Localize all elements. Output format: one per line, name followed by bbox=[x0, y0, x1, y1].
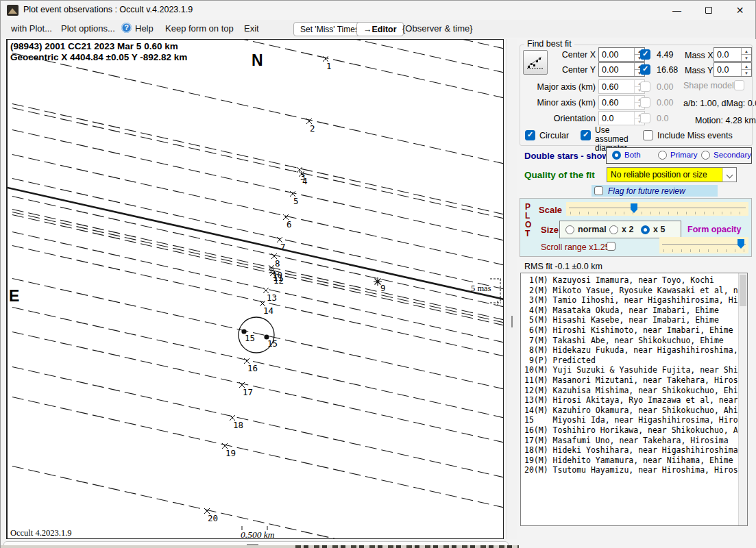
observer-list[interactable]: 1(M) Kazuyosi Imamura, near Toyo, Kochi … bbox=[521, 275, 737, 525]
fit-y-checkbox[interactable] bbox=[640, 64, 650, 75]
center-x-value[interactable]: 0.00 bbox=[599, 48, 634, 61]
plot-letter-o: O bbox=[525, 220, 531, 229]
fit-x-checkbox[interactable] bbox=[640, 49, 650, 60]
form-opacity-label: Form opacity bbox=[687, 225, 742, 234]
observer-list-scrollbar[interactable] bbox=[738, 273, 747, 525]
observer-listbox[interactable]: 1(M) Kazuyosi Imamura, near Toyo, Kochi … bbox=[520, 273, 748, 526]
best-fit-button[interactable] bbox=[523, 50, 548, 75]
app-window: Plot event observations : Occult v.4.202… bbox=[0, 0, 756, 548]
observer-row[interactable]: 20(M) Tsutomu Hayamizu, near Hiroshima, … bbox=[524, 465, 737, 475]
flag-review-checkbox[interactable] bbox=[594, 186, 603, 195]
orientation-alt-value: 0.0 bbox=[657, 114, 668, 123]
major-alt-checkbox bbox=[640, 82, 650, 92]
menu-plot-options[interactable]: Plot options... bbox=[61, 23, 115, 34]
observer-row[interactable]: 1(M) Kazuyosi Imamura, near Toyo, Kochi bbox=[524, 275, 737, 286]
observer-row[interactable]: 11(M) Masanori Mizutani, near Takehara, … bbox=[524, 375, 737, 386]
svg-text:2: 2 bbox=[310, 123, 315, 134]
combo-arrow-icon[interactable] bbox=[722, 168, 736, 182]
size-normal-radio[interactable] bbox=[565, 225, 574, 234]
double-stars-secondary-radio[interactable] bbox=[701, 151, 710, 160]
mass-x-value[interactable]: 0.0 bbox=[714, 48, 741, 61]
observer-row[interactable]: 4(M) Masataka Okuda, near Imabari, Ehime bbox=[524, 306, 737, 316]
mass-x-spin-arrows[interactable]: ▲▼ bbox=[741, 48, 751, 61]
double-stars-primary-radio[interactable] bbox=[658, 151, 667, 160]
size-x5-radio[interactable] bbox=[641, 225, 650, 234]
scale-slider-ticks bbox=[570, 212, 746, 214]
set-miss-times-button[interactable]: Set 'Miss' Times bbox=[293, 22, 366, 36]
mass-y-value[interactable]: 0.0 bbox=[714, 63, 741, 76]
center-y-value[interactable]: 0.00 bbox=[599, 63, 634, 76]
size-normal-label: normal bbox=[578, 225, 607, 234]
svg-text:N: N bbox=[252, 51, 263, 69]
chord-plot-area[interactable]: 123456789101112131415151617181920(98943)… bbox=[6, 39, 504, 539]
mass-y-spin-arrows[interactable]: ▲▼ bbox=[741, 63, 751, 76]
observer-scroll-thumb[interactable] bbox=[740, 275, 746, 306]
circular-checkbox[interactable] bbox=[525, 130, 535, 140]
ab-dmag-label: a/b: 1.00, dMag: 0.00 bbox=[683, 99, 756, 108]
form-opacity-thumb[interactable] bbox=[737, 239, 744, 249]
menu-help[interactable]: Help bbox=[135, 23, 154, 34]
svg-text:15: 15 bbox=[245, 333, 255, 343]
major-axis-spinner[interactable]: 0.60 ▲▼ bbox=[598, 79, 645, 94]
center-x-spinner[interactable]: 0.00 ▲▼ bbox=[598, 47, 645, 62]
double-stars-secondary-label: Secondary bbox=[714, 151, 751, 159]
center-y-spinner[interactable]: 0.00 ▲▼ bbox=[598, 62, 645, 77]
minor-axis-spinner[interactable]: 0.60 ▲▼ bbox=[598, 95, 645, 110]
close-button[interactable]: ✕ bbox=[724, 1, 755, 20]
scale-slider[interactable] bbox=[566, 202, 748, 216]
orientation-spinner[interactable]: 0.0 ▲▼ bbox=[598, 111, 645, 125]
svg-text:18: 18 bbox=[233, 420, 243, 430]
mass-x-spinner[interactable]: 0.0 ▲▼ bbox=[714, 47, 752, 62]
observer-row[interactable]: 8(M) Hidekazu Fukuda, near Higashihirosh… bbox=[524, 345, 737, 356]
observer-row[interactable]: 3(M) Tamio Iihoshi, near Higashihirosima… bbox=[524, 295, 737, 306]
observer-row[interactable]: 2(M) Mikoto Yasue, Ryosuke Kawasaki et a… bbox=[524, 286, 737, 296]
observer-row[interactable]: 16(M) Toshihiro Horikawa, near Shikokuch… bbox=[524, 425, 737, 436]
svg-text:5 mas: 5 mas bbox=[471, 284, 491, 293]
flag-review-row: Flag for future review bbox=[592, 185, 718, 197]
observer-row[interactable]: 13(M) Hirosi Akitaya, Ryo Imazawa et al,… bbox=[524, 395, 737, 406]
observer-row[interactable]: 17(M) Masafumi Uno, near Takehara, Hiros… bbox=[524, 436, 737, 446]
scroll-range-checkbox[interactable] bbox=[607, 242, 615, 251]
observer-row[interactable]: 14(M) Kazuhiro Okamura, near Shikokuchuo… bbox=[524, 406, 737, 416]
center-x-label: Center X bbox=[557, 50, 596, 60]
use-assumed-checkbox[interactable] bbox=[581, 130, 591, 140]
quality-combobox[interactable]: No reliable position or size bbox=[607, 167, 737, 182]
minor-alt-value: 0.00 bbox=[657, 98, 673, 108]
menu-with-plot[interactable]: with Plot... bbox=[11, 23, 52, 34]
observer-row[interactable]: 5(M) Hisashi Kasebe, near Imabari, Ehime bbox=[524, 315, 737, 325]
size-x2-radio[interactable] bbox=[609, 225, 618, 234]
double-stars-primary-label: Primary bbox=[670, 151, 698, 159]
form-opacity-slider[interactable] bbox=[659, 237, 748, 253]
size-x2-label: x 2 bbox=[622, 225, 633, 234]
double-stars-both-radio[interactable] bbox=[612, 151, 621, 160]
double-stars-label: Double stars - show bbox=[524, 151, 609, 161]
quality-value: No reliable position or size bbox=[611, 170, 707, 179]
size-label: Size bbox=[541, 225, 559, 235]
observer-row[interactable]: 6(M) Hiroshi Kishimoto, near Imabari, Eh… bbox=[524, 325, 737, 336]
help-icon[interactable]: ? bbox=[121, 23, 132, 33]
svg-text:13: 13 bbox=[267, 292, 277, 303]
menu-keep-on-top[interactable]: Keep form on top bbox=[165, 23, 234, 34]
observer-row[interactable]: 12(M) Kazuhisa Mishima, near Shikokuchuo… bbox=[524, 386, 737, 396]
menu-exit[interactable]: Exit bbox=[244, 23, 259, 34]
editor-button[interactable]: →Editor bbox=[356, 22, 404, 36]
observer-row[interactable]: 9(P) Predicted bbox=[524, 356, 737, 366]
observer-row[interactable]: 10(M) Yuji Suzuki & Yasuhide Fujita, nea… bbox=[524, 365, 737, 375]
svg-text:9: 9 bbox=[380, 283, 386, 293]
find-best-fit-legend: Find best fit bbox=[524, 39, 574, 49]
svg-text:5: 5 bbox=[293, 196, 299, 206]
orientation-alt-checkbox bbox=[640, 113, 650, 123]
chord-plot-svg: 123456789101112131415151617181920(98943)… bbox=[8, 40, 504, 538]
include-miss-checkbox[interactable] bbox=[643, 130, 653, 140]
observer-row[interactable]: 19(M) Hidehito Yamamura, near Niihama, E… bbox=[524, 456, 737, 466]
minor-alt-checkbox bbox=[640, 97, 650, 108]
observer-row[interactable]: 18(M) Hideki Yoshihara, near Higashihiro… bbox=[524, 445, 737, 456]
plot-vscroll-thumb[interactable] bbox=[511, 316, 513, 327]
minimize-button[interactable]: — bbox=[661, 1, 692, 20]
mass-y-spinner[interactable]: 0.0 ▲▼ bbox=[714, 62, 752, 77]
shape-model-checkbox bbox=[734, 80, 744, 90]
observer-row[interactable]: 7(M) Takashi Abe, near Shikokuchuo, Ehim… bbox=[524, 336, 737, 346]
plot-vertical-scrollbar[interactable] bbox=[506, 39, 517, 539]
observer-row[interactable]: 15 Miyoshi Ida, near Higashihirosima, Hi… bbox=[524, 415, 737, 425]
maximize-button[interactable] bbox=[693, 1, 724, 20]
